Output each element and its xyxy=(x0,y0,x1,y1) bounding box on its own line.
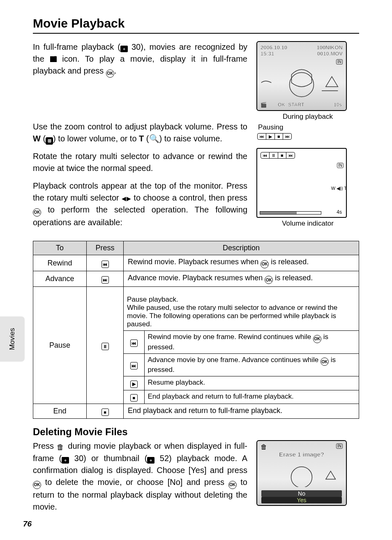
svg-point-0 xyxy=(290,73,314,97)
section-delete-title: Deleting Movie Files xyxy=(33,426,359,438)
page-ref-icon: ⌖ xyxy=(147,457,154,464)
pausing-label: Pausing xyxy=(258,123,359,132)
controls-table: To Press Description Rewind ⏮ Rewind mov… xyxy=(33,241,359,419)
th-to: To xyxy=(33,241,87,255)
ok-icon: OK xyxy=(321,358,329,366)
page-number: 76 xyxy=(23,519,32,528)
movie-icon xyxy=(50,56,57,62)
internal-memory-icon: IN xyxy=(336,443,343,449)
sample-image-illustration xyxy=(257,62,346,99)
lcd-screen-playback: 2006.10.1015:31 100NIKON0010.MOV IN 🎬 OK… xyxy=(256,41,347,111)
frame-rewind-icon: ⏮ xyxy=(130,339,138,347)
paragraph-1: In full-frame playback (⌖ 30), movies ar… xyxy=(33,41,247,78)
table-row: Pause ⏸ Pause playback. While paused, us… xyxy=(33,287,359,404)
paragraph-2: Use the zoom control to adjust playback … xyxy=(33,121,247,145)
table-row: End ■ End playback and return to full-fr… xyxy=(33,404,359,418)
th-press: Press xyxy=(87,241,124,255)
page-ref-icon: ⌖ xyxy=(62,457,69,464)
progress-bar xyxy=(260,211,321,215)
ok-icon: OK xyxy=(33,481,41,489)
erase-prompt: Erase 1 image? xyxy=(257,451,346,458)
trash-icon: 🗑 xyxy=(57,443,65,451)
option-yes: Yes xyxy=(261,497,342,503)
option-no: No xyxy=(261,490,342,497)
th-desc: Description xyxy=(124,241,359,255)
rewind-icon: ⏮ xyxy=(101,261,109,268)
volume-indicator-icon: W ◀)) T xyxy=(331,186,347,191)
section-1: In full-frame playback (⌖ 30), movies ar… xyxy=(33,41,359,121)
page-title: Movie Playback xyxy=(33,16,359,34)
ok-icon: OK xyxy=(313,335,321,343)
page-ref-icon: ⌖ xyxy=(120,46,128,52)
ok-icon: OK xyxy=(33,208,41,217)
side-tab-label: Movies xyxy=(8,328,16,350)
thumbnail-icon: ⊞ xyxy=(46,137,53,145)
ok-icon: OK xyxy=(228,481,237,489)
playback-controls-icon: ⏮⏸■⏭ xyxy=(261,152,295,159)
lcd-screen-paused: ⏮⏸■⏭ IN W ◀)) T 4s xyxy=(256,148,347,218)
stop-icon: ■ xyxy=(130,394,138,402)
sample-image-illustration xyxy=(257,459,346,487)
paragraph-3: Rotate the rotary multi selector to adva… xyxy=(33,150,247,174)
ok-icon: OK xyxy=(261,260,269,268)
pause-icon: ⏸ xyxy=(101,343,109,350)
frame-advance-icon: ⏭ xyxy=(130,362,138,369)
section-2: Use the zoom control to adjust playback … xyxy=(33,121,359,234)
paragraph-5: Press 🗑 during movie playback or when di… xyxy=(33,440,247,513)
screen2-caption: Volume indicator xyxy=(256,219,359,228)
advance-icon: ⏭ xyxy=(101,276,109,284)
table-row: Rewind ⏮ Rewind movie. Playback resumes … xyxy=(33,255,359,271)
play-icon: ▶ xyxy=(130,381,138,388)
magnify-icon: 🔍 xyxy=(149,134,159,143)
pause-subtable: Pause playback. While paused, use the ro… xyxy=(124,293,359,404)
section-delete: Press 🗑 during movie playback or when di… xyxy=(33,440,359,519)
table-row: Advance ⏭ Advance movie. Playback resume… xyxy=(33,271,359,287)
time-remaining: 4s xyxy=(337,209,342,215)
paragraph-4: Playback controls appear at the top of t… xyxy=(33,180,247,228)
manual-page: Movies 76 Movie Playback In full-frame p… xyxy=(0,0,392,540)
side-tab: Movies xyxy=(0,316,25,362)
pause-controls-icon: ⏮▶■⏭ xyxy=(257,133,292,140)
ok-icon: OK xyxy=(265,276,273,284)
svg-point-1 xyxy=(291,466,312,487)
stop-icon: ■ xyxy=(101,408,109,416)
trash-icon: 🗑 xyxy=(261,443,267,451)
screen1-caption: During playback xyxy=(256,113,359,121)
left-right-arrow-icon: ◀▶ xyxy=(122,195,131,202)
ok-icon: OK xyxy=(106,69,114,78)
movie-mode-icon: 🎬 xyxy=(261,102,267,108)
internal-memory-icon: IN xyxy=(337,163,344,168)
lcd-screen-erase: 🗑 IN Erase 1 image? No Yes xyxy=(256,440,347,506)
